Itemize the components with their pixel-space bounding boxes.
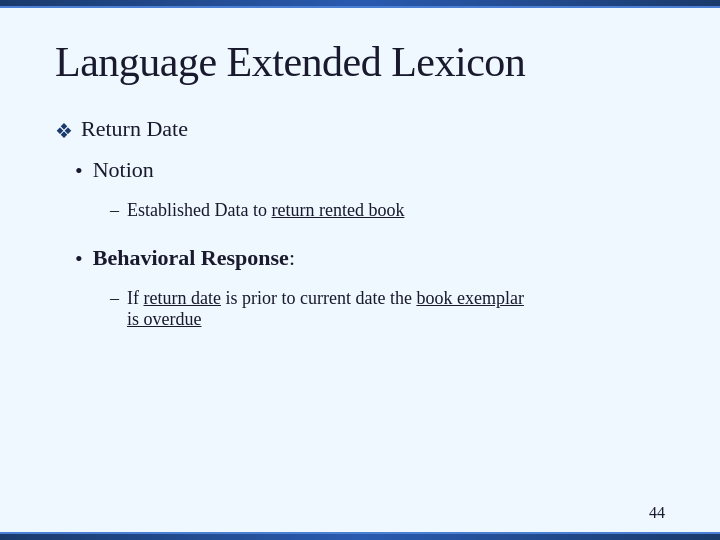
bullet-behavioral: • Behavioral Response:: [55, 245, 665, 272]
bullet-dot-notion: •: [75, 158, 83, 184]
bullet-dot-behavioral: •: [75, 246, 83, 272]
diamond-label: Return Date: [81, 116, 188, 142]
underline-return-rented: return rented book: [271, 200, 404, 220]
slide-content: Language Extended Lexicon ❖ Return Date …: [0, 8, 720, 532]
bullet-section: ❖ Return Date • Notion – Established Dat…: [55, 116, 665, 336]
slide: Language Extended Lexicon ❖ Return Date …: [0, 0, 720, 540]
sub-bullet-text-1: Established Data to return rented book: [127, 200, 404, 221]
diamond-icon: ❖: [55, 119, 73, 143]
diamond-bullet-return-date: ❖ Return Date: [55, 116, 665, 143]
bottom-border: [0, 532, 720, 540]
top-border: [0, 0, 720, 8]
slide-title: Language Extended Lexicon: [55, 38, 665, 86]
page-number: 44: [649, 504, 665, 522]
underline-return-date: return date: [144, 288, 221, 308]
sub-bullet-return-date: – If return date is prior to current dat…: [55, 288, 665, 330]
behavioral-bold: Behavioral Response: [93, 245, 289, 270]
bullet-label-behavioral: Behavioral Response:: [93, 245, 295, 271]
sub-dash-1: –: [110, 200, 119, 221]
bullet-label-notion: Notion: [93, 157, 154, 183]
sub-bullet-established: – Established Data to return rented book: [55, 200, 665, 221]
sub-dash-2: –: [110, 288, 119, 309]
bullet-notion: • Notion: [55, 157, 665, 184]
sub-bullet-text-2: If return date is prior to current date …: [127, 288, 524, 330]
